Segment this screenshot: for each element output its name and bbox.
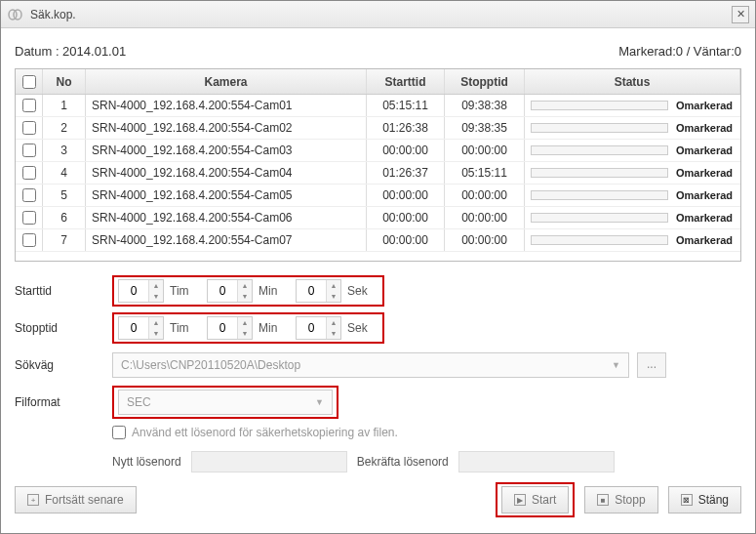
starttime-highlight: ▲▼ Tim ▲▼ Min ▲▼ Sek xyxy=(112,275,384,307)
stoptime-label: Stopptid xyxy=(15,321,112,335)
format-label: Filformat xyxy=(15,395,112,409)
spinner-down-icon[interactable]: ▼ xyxy=(149,328,163,339)
row-checkbox[interactable] xyxy=(16,229,43,251)
header-camera[interactable]: Kamera xyxy=(86,69,367,94)
row-no: 4 xyxy=(43,162,86,184)
stoptime-highlight: ▲▼ Tim ▲▼ Min ▲▼ Sek xyxy=(112,312,384,344)
table-row[interactable]: 2SRN-4000_192.168.4.200:554-Cam0201:26:3… xyxy=(16,117,740,140)
stoptime-row: Stopptid ▲▼ Tim ▲▼ Min ▲▼ Sek xyxy=(15,314,741,342)
progress-bar xyxy=(531,235,668,245)
progress-bar xyxy=(531,145,668,155)
table-row[interactable]: 1SRN-4000_192.168.4.200:554-Cam0105:15:1… xyxy=(16,95,740,117)
format-combo[interactable]: SEC ▼ xyxy=(118,390,333,415)
use-password-label: Använd ett lösenord för säkerhetskopieri… xyxy=(132,426,398,439)
row-camera: SRN-4000_192.168.4.200:554-Cam07 xyxy=(86,229,367,251)
close-button[interactable]: ⊠ Stäng xyxy=(668,486,741,513)
row-checkbox[interactable] xyxy=(16,185,43,206)
spinner-down-icon[interactable]: ▼ xyxy=(327,291,340,302)
camera-table: No Kamera Starttid Stopptid Status 1SRN-… xyxy=(15,68,741,262)
row-starttime: 00:00:00 xyxy=(367,140,445,161)
row-starttime: 00:00:00 xyxy=(367,185,445,206)
header-stoptime[interactable]: Stopptid xyxy=(445,69,525,94)
spinner-up-icon[interactable]: ▲ xyxy=(327,317,340,328)
header-checkbox[interactable] xyxy=(16,69,43,94)
status-text: Omarkerad xyxy=(676,167,735,179)
backup-window: Säk.kop. ✕ Datum : 2014.01.01 Markerad:0… xyxy=(0,0,756,534)
progress-bar xyxy=(531,213,668,223)
row-stoptime: 09:38:35 xyxy=(445,117,525,139)
format-row: Filformat SEC ▼ xyxy=(15,389,741,416)
status-text: Omarkerad xyxy=(676,212,735,224)
row-starttime: 01:26:37 xyxy=(367,162,445,184)
table-row[interactable]: 7SRN-4000_192.168.4.200:554-Cam0700:00:0… xyxy=(16,229,740,252)
row-status: Omarkerad xyxy=(525,167,740,179)
row-checkbox[interactable] xyxy=(16,140,43,161)
row-camera: SRN-4000_192.168.4.200:554-Cam03 xyxy=(86,140,367,161)
spinner-down-icon[interactable]: ▼ xyxy=(149,291,163,302)
status-text: Omarkerad xyxy=(676,122,735,134)
path-row: Sökväg C:\Users\CNP20110520A\Desktop ▼ .… xyxy=(15,351,741,379)
start-highlight: ▶ Start xyxy=(496,482,575,517)
row-camera: SRN-4000_192.168.4.200:554-Cam04 xyxy=(86,162,367,184)
browse-button[interactable]: ... xyxy=(637,352,666,378)
row-checkbox[interactable] xyxy=(16,162,43,184)
header-no[interactable]: No xyxy=(43,69,86,94)
header-row: Datum : 2014.01.01 Markerad:0 / Väntar:0 xyxy=(15,44,741,59)
row-starttime: 01:26:38 xyxy=(367,117,445,139)
password-row: Nytt lösenord Bekräfta lösenord xyxy=(112,451,741,472)
row-no: 5 xyxy=(43,185,86,206)
row-checkbox[interactable] xyxy=(16,117,43,139)
spinner-down-icon[interactable]: ▼ xyxy=(238,291,252,302)
play-icon: ▶ xyxy=(514,494,526,506)
start-hour-spinner[interactable]: ▲▼ xyxy=(118,279,164,303)
spinner-up-icon[interactable]: ▲ xyxy=(238,317,252,328)
chevron-down-icon[interactable]: ▼ xyxy=(315,397,324,407)
spinner-down-icon[interactable]: ▼ xyxy=(238,328,252,339)
spinner-down-icon[interactable]: ▼ xyxy=(327,328,340,339)
new-password-input[interactable] xyxy=(191,451,347,472)
status-text: Omarkerad xyxy=(676,144,735,156)
spinner-up-icon[interactable]: ▲ xyxy=(238,280,252,291)
header-starttime[interactable]: Starttid xyxy=(367,69,445,94)
progress-bar xyxy=(531,168,668,178)
table-row[interactable]: 6SRN-4000_192.168.4.200:554-Cam0600:00:0… xyxy=(16,207,740,229)
table-row[interactable]: 4SRN-4000_192.168.4.200:554-Cam0401:26:3… xyxy=(16,162,740,185)
app-icon xyxy=(7,6,24,23)
confirm-password-label: Bekräfta lösenord xyxy=(357,455,449,469)
table-header: No Kamera Starttid Stopptid Status xyxy=(16,69,740,95)
start-button[interactable]: ▶ Start xyxy=(501,486,569,513)
header-status[interactable]: Status xyxy=(525,69,740,94)
row-starttime: 05:15:11 xyxy=(367,95,445,116)
start-sec-spinner[interactable]: ▲▼ xyxy=(296,279,341,303)
close-icon[interactable]: ✕ xyxy=(732,6,749,23)
use-password-checkbox[interactable] xyxy=(112,426,126,439)
stop-min-spinner[interactable]: ▲▼ xyxy=(207,316,253,340)
row-no: 2 xyxy=(43,117,86,139)
confirm-password-input[interactable] xyxy=(458,451,615,472)
spinner-up-icon[interactable]: ▲ xyxy=(327,280,340,291)
stop-hour-spinner[interactable]: ▲▼ xyxy=(118,316,164,340)
row-status: Omarkerad xyxy=(525,189,740,201)
row-status: Omarkerad xyxy=(525,144,740,156)
starttime-row: Starttid ▲▼ Tim ▲▼ Min ▲▼ Sek xyxy=(15,277,741,305)
row-status: Omarkerad xyxy=(525,212,740,224)
spinner-up-icon[interactable]: ▲ xyxy=(149,317,163,328)
button-bar: + Fortsätt senare ▶ Start ■ Stopp ⊠ Stän… xyxy=(15,482,741,517)
stop-sec-spinner[interactable]: ▲▼ xyxy=(296,316,341,340)
status-text: Omarkerad xyxy=(676,234,735,246)
row-checkbox[interactable] xyxy=(16,207,43,228)
table-row[interactable]: 3SRN-4000_192.168.4.200:554-Cam0300:00:0… xyxy=(16,140,740,162)
row-camera: SRN-4000_192.168.4.200:554-Cam01 xyxy=(86,95,367,116)
row-camera: SRN-4000_192.168.4.200:554-Cam02 xyxy=(86,117,367,139)
table-body[interactable]: 1SRN-4000_192.168.4.200:554-Cam0105:15:1… xyxy=(16,95,740,262)
progress-bar xyxy=(531,123,668,133)
resume-later-button[interactable]: + Fortsätt senare xyxy=(15,486,137,513)
stop-button[interactable]: ■ Stopp xyxy=(584,486,657,513)
row-checkbox[interactable] xyxy=(16,95,43,116)
table-row[interactable]: 5SRN-4000_192.168.4.200:554-Cam0500:00:0… xyxy=(16,185,740,207)
chevron-down-icon[interactable]: ▼ xyxy=(612,360,620,370)
start-min-spinner[interactable]: ▲▼ xyxy=(207,279,253,303)
row-no: 7 xyxy=(43,229,86,251)
path-combo[interactable]: C:\Users\CNP20110520A\Desktop ▼ xyxy=(112,352,629,378)
spinner-up-icon[interactable]: ▲ xyxy=(149,280,163,291)
